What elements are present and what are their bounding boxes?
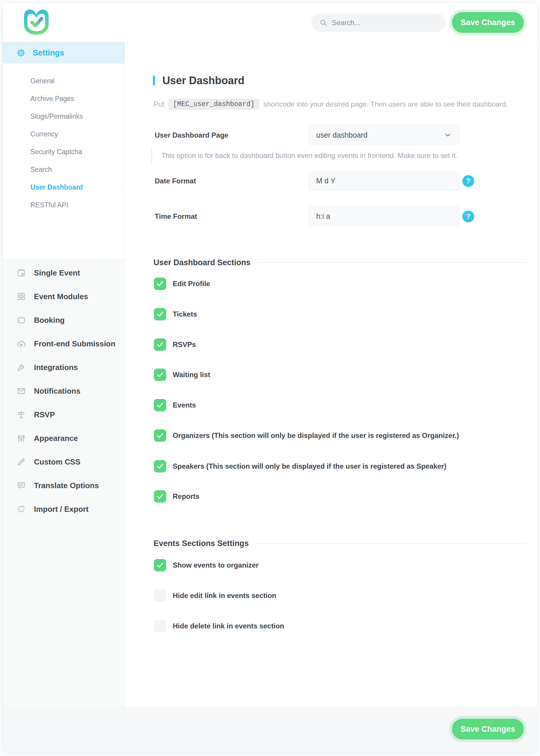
section-title: User Dashboard Sections — [154, 258, 251, 267]
sidebar-item-label: User Dashboard — [30, 183, 83, 191]
signpost-icon — [16, 410, 26, 420]
save-changes-button-bottom[interactable]: Save Changes — [452, 719, 524, 739]
checkbox-label: Edit Profile — [173, 280, 210, 288]
sidebar-item-label: Archive Pages — [30, 95, 74, 103]
checkbox-organizers-this-section-will-only-be-dis[interactable] — [154, 429, 166, 442]
date-format-input[interactable] — [309, 171, 459, 191]
sidebar-item-label: Booking — [34, 316, 65, 325]
section-divider — [256, 543, 526, 544]
search-input[interactable] — [332, 19, 429, 27]
sidebar-item-label: Single Event — [34, 268, 80, 278]
checkbox-rsvps[interactable] — [154, 339, 166, 351]
check-icon — [156, 371, 164, 379]
sidebar-item-label: Front-end Submission — [34, 339, 115, 349]
section-heading-events-sections-settings: Events Sections Settings — [154, 537, 526, 549]
sidebar-item-label: Currency — [30, 130, 58, 138]
sidebar-item-settings[interactable]: Settings — [3, 42, 125, 64]
date-format-label: Date Format — [155, 177, 196, 185]
checkbox-edit-profile[interactable] — [154, 278, 166, 290]
user-dashboard-page-label: User Dashboard Page — [155, 131, 228, 139]
shortcode-suffix: shortcode into your desired page. Then u… — [263, 100, 508, 108]
section-title: Events Sections Settings — [154, 539, 249, 548]
sidebar-item-label: Translate Options — [34, 481, 99, 490]
sidebar-item-custom-css[interactable]: Custom CSS — [3, 450, 125, 474]
checkbox-speakers-this-section-will-only-be-displ[interactable] — [154, 460, 166, 473]
sidebar-item-search[interactable]: Search — [3, 161, 125, 178]
shortcode-prefix: Put — [154, 100, 164, 108]
checkbox-events[interactable] — [154, 399, 166, 411]
sidebar-item-label: Search — [30, 166, 52, 174]
sidebar-item-label: RSVP — [34, 410, 55, 419]
checkbox-label: Speakers (This section will only be disp… — [173, 462, 447, 470]
sidebar-item-single-event[interactable]: Single Event — [3, 261, 125, 285]
check-row-show-events-to-organizer: Show events to organizer — [154, 559, 526, 572]
section-divider — [258, 262, 526, 263]
check-row-rsvps: RSVPs — [154, 338, 526, 351]
user-dashboard-page-select[interactable]: user dashboard — [308, 125, 460, 145]
checkbox-label: Show events to organizer — [173, 561, 259, 569]
sidebar-item-event-modules[interactable]: Event Modules — [3, 285, 125, 308]
save-changes-button-top[interactable]: Save Changes — [452, 12, 524, 33]
sidebar-item-import-export[interactable]: Import / Export — [3, 497, 125, 521]
checkbox-waiting-list[interactable] — [154, 369, 166, 381]
checkbox-hide-delete-link-in-events-section[interactable] — [154, 620, 166, 632]
check-row-speakers-this-section-will-only-be-displ: Speakers (This section will only be disp… — [154, 460, 526, 473]
time-format-input[interactable] — [309, 207, 459, 226]
checkbox-hide-edit-link-in-events-section[interactable] — [154, 589, 166, 602]
calendar-icon — [16, 268, 26, 278]
wrench-icon — [16, 362, 26, 373]
check-icon — [156, 431, 164, 440]
sidebar-item-notifications[interactable]: Notifications — [3, 379, 125, 403]
sidebar-item-user-dashboard[interactable]: User Dashboard — [3, 178, 125, 196]
sidebar-item-rsvp[interactable]: RSVP — [3, 403, 125, 426]
sidebar-item-integrations[interactable]: Integrations — [3, 356, 125, 379]
gear-icon — [16, 48, 26, 58]
grid-icon — [16, 291, 26, 302]
check-row-hide-delete-link-in-events-section: Hide delete link in events section — [154, 620, 526, 633]
sidebar-item-label: Appearance — [34, 434, 78, 443]
sidebar-item-booking[interactable]: Booking — [3, 308, 125, 332]
sidebar-item-label: Import / Export — [34, 505, 88, 514]
sidebar-item-label: Security Captcha — [30, 148, 82, 156]
chat-icon — [16, 481, 26, 491]
main-content: User Dashboard Put [MEC_user_dashboard] … — [125, 42, 538, 707]
page-title-row: User Dashboard — [153, 74, 244, 87]
date-format-help-icon[interactable]: ? — [462, 175, 474, 187]
sliders-icon — [16, 433, 26, 443]
header: Save Changes — [3, 3, 537, 42]
sidebar-item-label: RESTful API — [30, 201, 68, 209]
time-format-field-wrap — [308, 206, 460, 226]
sidebar-item-label: General — [30, 77, 55, 85]
sidebar-item-front-end-submission[interactable]: Front-end Submission — [3, 332, 125, 356]
sidebar-item-security-captcha[interactable]: Security Captcha — [3, 143, 125, 161]
time-format-help-icon[interactable]: ? — [462, 211, 474, 223]
check-row-waiting-list: Waiting list — [154, 368, 526, 381]
sidebar-item-general[interactable]: General — [3, 72, 125, 90]
checkbox-reports[interactable] — [154, 490, 166, 503]
check-icon — [156, 561, 164, 569]
check-row-reports: Reports — [154, 490, 526, 503]
wallet-icon — [16, 315, 26, 325]
checkbox-label: Tickets — [173, 310, 197, 318]
sidebar-item-appearance[interactable]: Appearance — [3, 426, 125, 450]
sidebar-item-label: Notifications — [34, 386, 80, 396]
sidebar-item-restful-api[interactable]: RESTful API — [3, 196, 125, 214]
app-card: Save Changes Settings GeneralArchive Pag… — [2, 2, 538, 752]
checkbox-tickets[interactable] — [154, 308, 166, 320]
checkbox-label: Events — [173, 401, 196, 409]
time-format-label: Time Format — [155, 212, 197, 221]
title-accent-bar — [153, 76, 155, 85]
checkbox-label: Hide delete link in events section — [173, 622, 284, 630]
sidebar-item-translate-options[interactable]: Translate Options — [3, 474, 125, 497]
check-row-tickets: Tickets — [154, 308, 526, 321]
sidebar-item-slugs-permalinks[interactable]: Slugs/Permalinks — [3, 107, 125, 125]
sidebar-item-archive-pages[interactable]: Archive Pages — [3, 90, 125, 107]
checkbox-show-events-to-organizer[interactable] — [154, 559, 166, 571]
footer: Save Changes — [3, 707, 537, 752]
sidebar-item-currency[interactable]: Currency — [3, 125, 125, 143]
check-icon — [156, 462, 164, 470]
checkbox-label: Waiting list — [173, 371, 210, 379]
settings-label: Settings — [33, 49, 65, 58]
sidebar-menu: Single EventEvent ModulesBookingFront-en… — [3, 259, 125, 707]
page-select-note: This option is for back to dashboard but… — [152, 148, 457, 163]
